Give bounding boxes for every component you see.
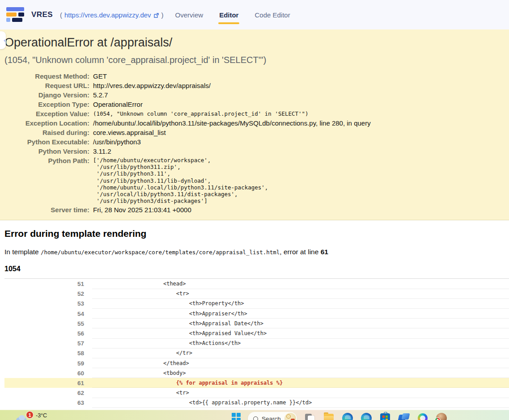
edge-2-icon[interactable]	[361, 412, 372, 420]
sidebar-collapse-handle[interactable]: ‹	[0, 31, 6, 49]
tab-editor[interactable]: Editor	[219, 11, 238, 19]
meta-value: OperationalError	[93, 100, 505, 109]
code-line: 62 <tr>	[4, 388, 509, 398]
intro-mid: , error at line	[280, 248, 320, 256]
code-line: 57 <th>Actions</th>	[4, 339, 509, 349]
code-line: 59 </thead>	[4, 358, 509, 368]
chevron-left-icon: ‹	[4, 38, 5, 43]
windows-start-icon[interactable]	[232, 413, 241, 420]
seasonal-doodle-icon	[284, 413, 296, 420]
error-line-number: 61	[321, 248, 328, 256]
python-path-value: ['/home/ubuntu/executor/workspace', '/us…	[93, 157, 505, 204]
meta-value: core.views.appraisal_list	[93, 128, 505, 137]
taskbar-search-box[interactable]: Search	[248, 412, 297, 420]
search-label: Search	[262, 416, 281, 420]
edge-icon[interactable]	[342, 412, 353, 420]
code-line: 60 <tbody>	[4, 368, 509, 378]
windows-taskbar: 1 -3°C Mostly cloudy Search	[0, 410, 509, 420]
weather-widget[interactable]: 1 -3°C Mostly cloudy	[15, 411, 70, 420]
brand-name: VRES	[31, 10, 53, 19]
error-meta-table: Request Method:GET Request URL:http://vr…	[4, 71, 505, 214]
file-explorer-icon[interactable]	[323, 412, 335, 420]
meta-row: Exception Location:/home/ubuntu/.local/l…	[4, 118, 505, 128]
code-line: 55 <th>Appraisal Date</th>	[4, 319, 509, 328]
template-error-intro: In template /home/ubuntu/executor/worksp…	[4, 248, 509, 256]
meta-value: http://vres.dev.appwizzy.dev/appraisals/	[93, 81, 505, 90]
chrome-profile-icon[interactable]	[436, 412, 447, 420]
tab-overview[interactable]: Overview	[175, 11, 204, 19]
meta-row: Request URL:http://vres.dev.appwizzy.dev…	[4, 81, 505, 90]
code-line: 63 <td>{{ appraisal.property.name }}</td…	[4, 398, 509, 408]
microsoft-store-icon[interactable]	[379, 412, 391, 420]
search-icon	[253, 416, 258, 420]
error-title: OperationalError at /appraisals/	[4, 36, 505, 50]
error-subtitle: (1054, "Unknown column 'core_appraisal.p…	[4, 55, 505, 65]
copilot-icon[interactable]	[417, 412, 428, 420]
url-open-paren: (	[60, 11, 62, 19]
meta-row: Python Version:3.11.2	[4, 147, 505, 156]
template-error-heading: Error during template rendering	[4, 228, 509, 239]
meta-value: /usr/bin/python3	[93, 137, 505, 147]
url-close-paren: )	[161, 11, 164, 19]
meta-value: Fri, 28 Nov 2025 21:03:41 +0000	[93, 205, 505, 214]
meta-row: Raised during:core.views.appraisal_list	[4, 128, 505, 137]
top-navigation-bar: VRES ( https://vres.dev.appwizzy.dev ) O…	[0, 0, 509, 29]
intro-prefix: In template	[4, 248, 41, 256]
tab-code-editor[interactable]: Code Editor	[254, 11, 290, 19]
weather-temperature: -3°C	[36, 412, 70, 419]
meta-value: /home/ubuntu/.local/lib/python3.11/site-…	[93, 118, 505, 128]
meta-value: GET	[93, 71, 505, 81]
template-source-listing: 51 <thead> 52 <tr> 53 <th>Property</th> …	[4, 278, 509, 407]
error-code-label: 1054	[4, 265, 509, 273]
template-error-section: Error during template rendering In templ…	[0, 220, 509, 273]
blue-app-icon[interactable]	[398, 412, 410, 420]
code-line: 52 <tr>	[4, 289, 509, 299]
code-line: 51 <thead>	[4, 279, 509, 289]
meta-row: Server time:Fri, 28 Nov 2025 21:03:41 +0…	[4, 205, 505, 214]
meta-row: Exception Type:OperationalError	[4, 100, 505, 109]
notification-badge: 1	[26, 411, 34, 419]
meta-row: Request Method:GET	[4, 71, 505, 81]
meta-row: Django Version:5.2.7	[4, 90, 505, 100]
external-link-icon[interactable]	[153, 12, 159, 18]
meta-row: Exception Value:(1054, "Unknown column '…	[4, 109, 505, 118]
meta-row: Python Executable:/usr/bin/python3	[4, 137, 505, 147]
code-line: 56 <th>Appraised Value</th>	[4, 328, 509, 338]
template-path: /home/ubuntu/executor/workspace/core/tem…	[41, 249, 280, 256]
project-url-link[interactable]: https://vres.dev.appwizzy.dev	[64, 11, 151, 19]
nav-tabs: Overview Editor Code Editor	[175, 11, 290, 19]
meta-value: 3.11.2	[93, 147, 505, 156]
project-url-group: ( https://vres.dev.appwizzy.dev )	[60, 11, 164, 19]
code-line: 54 <th>Appraiser</th>	[4, 309, 509, 319]
code-line: 58 </tr>	[4, 349, 509, 358]
code-line-error: 61 {% for appraisal in appraisals %}	[4, 378, 509, 388]
error-summary-section: OperationalError at /appraisals/ (1054, …	[0, 29, 509, 220]
meta-value: (1054, "Unknown column 'core_appraisal.p…	[93, 109, 505, 118]
task-view-icon[interactable]	[304, 412, 316, 420]
meta-row: Python Path:['/home/ubuntu/executor/work…	[4, 156, 505, 205]
code-line: 53 <th>Property</th>	[4, 299, 509, 309]
meta-value: 5.2.7	[93, 90, 505, 100]
vres-logo-icon	[6, 7, 24, 22]
